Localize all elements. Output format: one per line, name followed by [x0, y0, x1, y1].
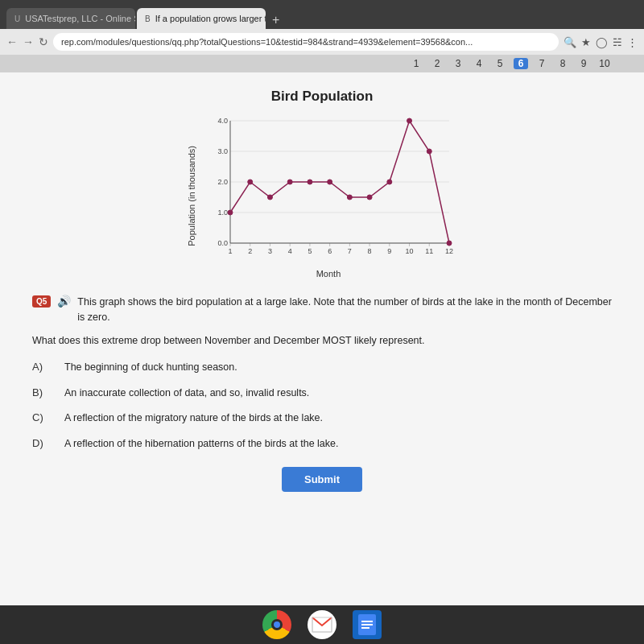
bookmark-icon[interactable]: ★ [581, 36, 591, 48]
answer-letter-d: D) [32, 437, 48, 449]
q-num-5[interactable]: 5 [493, 58, 507, 69]
q-num-4[interactable]: 4 [472, 58, 486, 69]
answer-row-c[interactable]: C) A reflection of the migratory nature … [32, 411, 612, 426]
q-num-7[interactable]: 7 [535, 58, 549, 69]
svg-rect-3 [361, 621, 373, 622]
q-num-10[interactable]: 10 [597, 58, 612, 69]
profile-icon[interactable]: ◯ [596, 36, 608, 48]
chrome-taskbar-icon[interactable] [262, 610, 291, 639]
search-icon[interactable]: 🔍 [564, 36, 576, 48]
question-section: Q5 🔊 This graph shows the bird populatio… [24, 295, 620, 492]
answer-row-b[interactable]: B) An inaccurate collection of data, and… [32, 386, 612, 401]
forward-button[interactable]: → [23, 35, 34, 48]
answer-letter-c: C) [32, 411, 48, 423]
answer-row-d[interactable]: D) A reflection of the hibernation patte… [32, 437, 612, 452]
question-badge: Q5 [32, 295, 51, 308]
answer-text-a: The beginning of duck hunting season. [64, 361, 237, 375]
svg-rect-4 [361, 624, 373, 625]
question-body: This graph shows the bird population at … [77, 295, 612, 325]
q-num-3[interactable]: 3 [451, 58, 465, 69]
q-num-9[interactable]: 9 [576, 58, 591, 69]
back-button[interactable]: ← [6, 35, 18, 48]
chart-title: Bird Population [271, 89, 374, 105]
q-num-1[interactable]: 1 [409, 58, 423, 69]
reload-button[interactable]: ↻ [39, 35, 48, 48]
answer-text-d: A reflection of the hibernation patterns… [64, 437, 339, 452]
chart-container: Bird Population Population (in thousands… [24, 89, 620, 279]
audio-icon[interactable]: 🔊 [57, 295, 71, 308]
menu-icon[interactable]: ⋮ [627, 36, 638, 48]
answer-text-b: An inaccurate collection of data, and so… [64, 386, 309, 401]
q-num-6-active[interactable]: 6 [514, 58, 528, 69]
tab-favicon: U [14, 14, 20, 23]
toolbar-icons: 🔍 ★ ◯ ☵ ⋮ [564, 36, 638, 48]
x-axis-label: Month [316, 269, 341, 279]
tab-question[interactable]: B If a population grows larger tha... ✕ [137, 8, 266, 29]
tab-favicon-active: B [145, 14, 151, 23]
sub-question: What does this extreme drop between Nove… [32, 333, 612, 349]
new-tab-button[interactable]: + [267, 13, 284, 27]
q-num-2[interactable]: 2 [430, 58, 444, 69]
y-axis-label: Population (in thousands) [187, 146, 196, 246]
tab-bar: U USATestprep, LLC - Online State S ✕ B … [6, 0, 284, 29]
submit-button[interactable]: Submit [282, 467, 362, 492]
submit-area: Submit [32, 467, 612, 492]
answer-letter-a: A) [32, 361, 48, 373]
q-num-8[interactable]: 8 [555, 58, 570, 69]
tab-label: USATestprep, LLC - Online State S [25, 14, 135, 23]
extensions-icon[interactable]: ☵ [613, 36, 622, 48]
answer-letter-b: B) [32, 386, 48, 398]
main-content: Bird Population Population (in thousands… [0, 72, 644, 644]
answer-row-a[interactable]: A) The beginning of duck hunting season. [32, 361, 612, 375]
browser-chrome: U USATestprep, LLC - Online State S ✕ B … [0, 0, 644, 29]
chart-wrapper: Population (in thousands) Month [187, 113, 457, 279]
svg-rect-5 [361, 627, 369, 629]
answer-text-c: A reflection of the migratory nature of … [64, 411, 323, 426]
question-header-row: Q5 🔊 This graph shows the bird populatio… [32, 295, 612, 325]
address-bar-row: ← → ↻ rep.com/modules/questions/qq.php?t… [0, 29, 644, 55]
tab-label-active: If a population grows larger tha... [155, 14, 266, 23]
answer-choices: A) The beginning of duck hunting season.… [32, 361, 612, 451]
address-input[interactable]: rep.com/modules/questions/qq.php?totalQu… [53, 33, 559, 51]
chart-area [200, 113, 457, 266]
gmail-taskbar-icon[interactable] [308, 610, 336, 639]
address-text: rep.com/modules/questions/qq.php?totalQu… [61, 37, 473, 47]
bird-population-chart [200, 113, 457, 266]
tab-usa-testprep[interactable]: U USATestprep, LLC - Online State S ✕ [6, 8, 135, 29]
taskbar [0, 605, 644, 644]
question-nav-bar: 1 2 3 4 5 6 7 8 9 10 [0, 55, 644, 72]
docs-taskbar-icon[interactable] [353, 610, 382, 639]
